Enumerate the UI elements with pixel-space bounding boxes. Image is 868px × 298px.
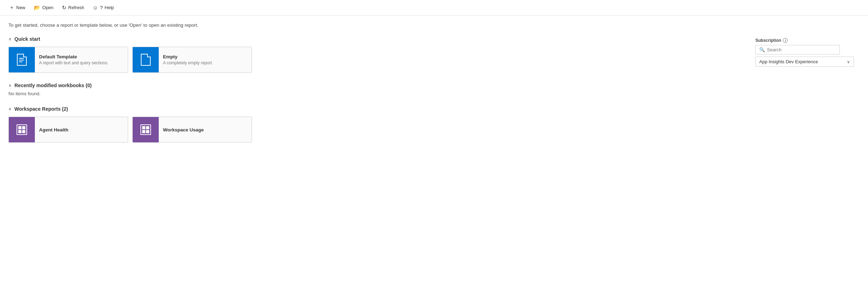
agent-health-title: Agent Health — [39, 127, 68, 132]
workspace-reports-title: Workspace Reports (2) — [14, 106, 68, 112]
intro-text: To get started, choose a report or templ… — [8, 22, 860, 28]
workspace-usage-title: Workspace Usage — [163, 127, 204, 132]
subscription-dropdown[interactable]: App Insights Dev Experience ∨ — [755, 57, 854, 67]
default-template-title: Default Template — [39, 54, 108, 59]
help-label: Help — [105, 5, 114, 10]
no-items-message: No items found. — [8, 91, 860, 96]
default-template-subtitle: A report with text and query sections. — [39, 60, 108, 65]
recently-modified-section: ∧ Recently modified workbooks (0) No ite… — [8, 83, 860, 96]
search-icon: 🔍 — [759, 47, 765, 52]
refresh-button[interactable]: ↻ Refresh — [58, 3, 88, 13]
workspace-usage-icon-box — [133, 117, 159, 143]
help-button[interactable]: ☺ ? Help — [89, 3, 117, 12]
new-label: New — [16, 5, 25, 10]
search-box[interactable]: 🔍 — [755, 45, 840, 54]
quick-start-section: ∧ Quick start — [8, 36, 860, 73]
recently-modified-title: Recently modified workbooks (0) — [14, 83, 92, 88]
quick-start-title: Quick start — [14, 36, 40, 42]
doc-line — [19, 58, 24, 59]
chevron-down-icon: ∨ — [847, 59, 850, 64]
question-icon: ? — [100, 5, 103, 11]
open-label: Open — [42, 5, 54, 10]
grid-cell — [22, 130, 25, 133]
workspace-reports-cards: Agent Health Workspace Usage — [8, 117, 860, 143]
subscription-label-text: Subscription — [755, 38, 781, 43]
open-button[interactable]: 📂 Open — [30, 3, 57, 13]
empty-template-icon-box — [133, 47, 159, 73]
quick-start-header[interactable]: ∧ Quick start — [8, 36, 860, 42]
agent-health-icon-box — [9, 117, 35, 143]
workspace-usage-text: Workspace Usage — [159, 124, 208, 135]
empty-template-card[interactable]: Empty A completely empty report. — [132, 47, 252, 73]
top-controls: Subscription i 🔍 App Insights Dev Experi… — [755, 38, 854, 67]
collapse-workspace-icon: ∧ — [8, 106, 12, 111]
doc-icon-lines — [19, 58, 24, 62]
info-icon[interactable]: i — [783, 38, 788, 43]
empty-template-title: Empty — [163, 54, 213, 59]
default-template-text: Default Template A report with text and … — [35, 51, 113, 68]
document-icon — [17, 54, 27, 66]
default-template-icon-box — [9, 47, 35, 73]
refresh-label: Refresh — [68, 5, 84, 10]
subscription-label: Subscription i — [755, 38, 788, 43]
new-button[interactable]: ＋ New — [6, 2, 29, 13]
open-icon: 📂 — [34, 5, 40, 11]
plus-icon: ＋ — [9, 4, 14, 11]
workspace-usage-card[interactable]: Workspace Usage — [132, 117, 252, 143]
workspace-reports-header[interactable]: ∧ Workspace Reports (2) — [8, 106, 860, 112]
collapse-quick-start-icon: ∧ — [8, 37, 12, 41]
subscription-value: App Insights Dev Experience — [759, 59, 818, 64]
main-content: To get started, choose a report or templ… — [0, 15, 868, 160]
document-icon-empty — [141, 54, 151, 66]
doc-line — [19, 61, 23, 62]
grid-cell — [18, 126, 21, 129]
agent-health-text: Agent Health — [35, 124, 73, 135]
grid-cell — [18, 130, 21, 133]
grid-cell — [142, 126, 145, 129]
default-template-card[interactable]: Default Template A report with text and … — [8, 47, 128, 73]
agent-health-card[interactable]: Agent Health — [8, 117, 128, 143]
recently-modified-header[interactable]: ∧ Recently modified workbooks (0) — [8, 83, 860, 88]
grid-icon-workspace — [140, 124, 151, 135]
grid-cell — [22, 126, 25, 129]
empty-template-subtitle: A completely empty report. — [163, 60, 213, 65]
grid-cell — [146, 130, 149, 133]
search-input[interactable] — [767, 47, 836, 52]
smiley-icon: ☺ — [93, 5, 98, 11]
doc-line — [19, 60, 24, 60]
workspace-reports-section: ∧ Workspace Reports (2) Agent Health — [8, 106, 860, 143]
refresh-icon: ↻ — [62, 5, 67, 11]
grid-cell — [142, 130, 145, 133]
grid-cell — [146, 126, 149, 129]
grid-icon-agent — [17, 124, 27, 135]
collapse-recent-icon: ∧ — [8, 83, 12, 88]
empty-template-text: Empty A completely empty report. — [159, 51, 217, 68]
quick-start-cards: Default Template A report with text and … — [8, 47, 860, 73]
toolbar: ＋ New 📂 Open ↻ Refresh ☺ ? Help — [0, 0, 868, 15]
